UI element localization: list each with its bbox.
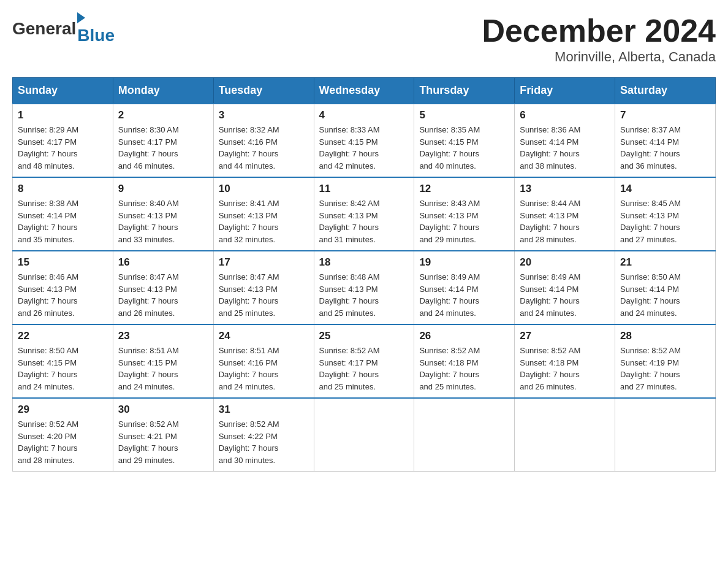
calendar-week-row: 15 Sunrise: 8:46 AM Sunset: 4:13 PM Dayl…	[13, 251, 716, 324]
day-number: 31	[219, 404, 309, 416]
day-info: Sunrise: 8:51 AM Sunset: 4:16 PM Dayligh…	[219, 345, 309, 393]
calendar-cell: 19 Sunrise: 8:49 AM Sunset: 4:14 PM Dayl…	[414, 251, 515, 324]
logo-general-text: General	[12, 19, 76, 39]
day-info: Sunrise: 8:50 AM Sunset: 4:15 PM Dayligh…	[18, 345, 108, 393]
day-info: Sunrise: 8:37 AM Sunset: 4:14 PM Dayligh…	[620, 124, 710, 172]
day-number: 20	[520, 256, 610, 269]
calendar-cell: 21 Sunrise: 8:50 AM Sunset: 4:14 PM Dayl…	[615, 251, 716, 324]
day-of-week-header: Tuesday	[213, 78, 314, 104]
calendar-cell: 2 Sunrise: 8:30 AM Sunset: 4:17 PM Dayli…	[113, 104, 213, 177]
day-number: 12	[419, 183, 509, 195]
calendar-cell: 17 Sunrise: 8:47 AM Sunset: 4:13 PM Dayl…	[213, 251, 314, 324]
day-number: 9	[118, 183, 208, 195]
calendar-cell: 18 Sunrise: 8:48 AM Sunset: 4:13 PM Dayl…	[314, 251, 414, 324]
day-number: 19	[419, 256, 509, 269]
day-info: Sunrise: 8:48 AM Sunset: 4:13 PM Dayligh…	[319, 271, 409, 319]
day-info: Sunrise: 8:49 AM Sunset: 4:14 PM Dayligh…	[520, 271, 610, 319]
day-info: Sunrise: 8:46 AM Sunset: 4:13 PM Dayligh…	[18, 271, 108, 319]
day-info: Sunrise: 8:42 AM Sunset: 4:13 PM Dayligh…	[319, 197, 409, 245]
calendar-cell: 30 Sunrise: 8:52 AM Sunset: 4:21 PM Dayl…	[113, 398, 213, 472]
calendar-cell	[615, 398, 716, 472]
day-number: 29	[18, 404, 108, 416]
day-info: Sunrise: 8:52 AM Sunset: 4:20 PM Dayligh…	[18, 418, 108, 466]
page-header: General Blue December 2024 Morinville, A…	[12, 12, 716, 65]
calendar-cell: 9 Sunrise: 8:40 AM Sunset: 4:13 PM Dayli…	[113, 177, 213, 251]
day-info: Sunrise: 8:49 AM Sunset: 4:14 PM Dayligh…	[419, 271, 509, 319]
calendar-cell: 24 Sunrise: 8:51 AM Sunset: 4:16 PM Dayl…	[213, 324, 314, 398]
calendar-table: SundayMondayTuesdayWednesdayThursdayFrid…	[12, 77, 716, 472]
day-info: Sunrise: 8:52 AM Sunset: 4:17 PM Dayligh…	[319, 345, 409, 393]
location: Morinville, Alberta, Canada	[482, 49, 716, 65]
calendar-cell	[314, 398, 414, 472]
day-of-week-header: Wednesday	[314, 78, 414, 104]
day-info: Sunrise: 8:51 AM Sunset: 4:15 PM Dayligh…	[118, 345, 208, 393]
day-number: 3	[219, 109, 309, 121]
day-of-week-header: Friday	[515, 78, 615, 104]
calendar-header-row: SundayMondayTuesdayWednesdayThursdayFrid…	[13, 78, 716, 104]
day-info: Sunrise: 8:33 AM Sunset: 4:15 PM Dayligh…	[319, 124, 409, 172]
calendar-cell	[515, 398, 615, 472]
calendar-cell: 10 Sunrise: 8:41 AM Sunset: 4:13 PM Dayl…	[213, 177, 314, 251]
day-info: Sunrise: 8:30 AM Sunset: 4:17 PM Dayligh…	[118, 124, 208, 172]
calendar-cell: 31 Sunrise: 8:52 AM Sunset: 4:22 PM Dayl…	[213, 398, 314, 472]
calendar-cell: 23 Sunrise: 8:51 AM Sunset: 4:15 PM Dayl…	[113, 324, 213, 398]
day-info: Sunrise: 8:52 AM Sunset: 4:22 PM Dayligh…	[219, 418, 309, 466]
day-of-week-header: Sunday	[13, 78, 113, 104]
calendar-cell: 28 Sunrise: 8:52 AM Sunset: 4:19 PM Dayl…	[615, 324, 716, 398]
calendar-cell: 1 Sunrise: 8:29 AM Sunset: 4:17 PM Dayli…	[13, 104, 113, 177]
day-number: 23	[118, 330, 208, 342]
day-number: 21	[620, 256, 710, 269]
day-number: 2	[118, 109, 208, 121]
day-number: 5	[419, 109, 509, 121]
day-info: Sunrise: 8:47 AM Sunset: 4:13 PM Dayligh…	[118, 271, 208, 319]
month-title: December 2024	[482, 12, 716, 49]
calendar-cell: 7 Sunrise: 8:37 AM Sunset: 4:14 PM Dayli…	[615, 104, 716, 177]
calendar-cell: 26 Sunrise: 8:52 AM Sunset: 4:18 PM Dayl…	[414, 324, 515, 398]
day-info: Sunrise: 8:50 AM Sunset: 4:14 PM Dayligh…	[620, 271, 710, 319]
day-info: Sunrise: 8:38 AM Sunset: 4:14 PM Dayligh…	[18, 197, 108, 245]
calendar-week-row: 1 Sunrise: 8:29 AM Sunset: 4:17 PM Dayli…	[13, 104, 716, 177]
title-section: December 2024 Morinville, Alberta, Canad…	[482, 12, 716, 65]
day-number: 30	[118, 404, 208, 416]
day-number: 17	[219, 256, 309, 269]
day-number: 25	[319, 330, 409, 342]
calendar-week-row: 22 Sunrise: 8:50 AM Sunset: 4:15 PM Dayl…	[13, 324, 716, 398]
calendar-cell: 25 Sunrise: 8:52 AM Sunset: 4:17 PM Dayl…	[314, 324, 414, 398]
calendar-cell: 8 Sunrise: 8:38 AM Sunset: 4:14 PM Dayli…	[13, 177, 113, 251]
day-info: Sunrise: 8:36 AM Sunset: 4:14 PM Dayligh…	[520, 124, 610, 172]
day-of-week-header: Monday	[113, 78, 213, 104]
calendar-cell: 4 Sunrise: 8:33 AM Sunset: 4:15 PM Dayli…	[314, 104, 414, 177]
day-info: Sunrise: 8:52 AM Sunset: 4:18 PM Dayligh…	[520, 345, 610, 393]
day-number: 26	[419, 330, 509, 342]
day-info: Sunrise: 8:52 AM Sunset: 4:19 PM Dayligh…	[620, 345, 710, 393]
calendar-week-row: 8 Sunrise: 8:38 AM Sunset: 4:14 PM Dayli…	[13, 177, 716, 251]
calendar-cell: 15 Sunrise: 8:46 AM Sunset: 4:13 PM Dayl…	[13, 251, 113, 324]
day-number: 7	[620, 109, 710, 121]
day-number: 22	[18, 330, 108, 342]
day-number: 1	[18, 109, 108, 121]
calendar-cell	[414, 398, 515, 472]
calendar-cell: 14 Sunrise: 8:45 AM Sunset: 4:13 PM Dayl…	[615, 177, 716, 251]
day-info: Sunrise: 8:47 AM Sunset: 4:13 PM Dayligh…	[219, 271, 309, 319]
logo-blue-text: Blue	[77, 26, 115, 45]
calendar-cell: 11 Sunrise: 8:42 AM Sunset: 4:13 PM Dayl…	[314, 177, 414, 251]
day-info: Sunrise: 8:41 AM Sunset: 4:13 PM Dayligh…	[219, 197, 309, 245]
day-of-week-header: Saturday	[615, 78, 716, 104]
calendar-cell: 22 Sunrise: 8:50 AM Sunset: 4:15 PM Dayl…	[13, 324, 113, 398]
calendar-cell: 13 Sunrise: 8:44 AM Sunset: 4:13 PM Dayl…	[515, 177, 615, 251]
calendar-cell: 20 Sunrise: 8:49 AM Sunset: 4:14 PM Dayl…	[515, 251, 615, 324]
day-info: Sunrise: 8:44 AM Sunset: 4:13 PM Dayligh…	[520, 197, 610, 245]
day-number: 16	[118, 256, 208, 269]
day-number: 6	[520, 109, 610, 121]
day-number: 11	[319, 183, 409, 195]
calendar-week-row: 29 Sunrise: 8:52 AM Sunset: 4:20 PM Dayl…	[13, 398, 716, 472]
day-number: 18	[319, 256, 409, 269]
day-number: 4	[319, 109, 409, 121]
day-info: Sunrise: 8:32 AM Sunset: 4:16 PM Dayligh…	[219, 124, 309, 172]
calendar-cell: 29 Sunrise: 8:52 AM Sunset: 4:20 PM Dayl…	[13, 398, 113, 472]
day-info: Sunrise: 8:43 AM Sunset: 4:13 PM Dayligh…	[419, 197, 509, 245]
day-info: Sunrise: 8:52 AM Sunset: 4:18 PM Dayligh…	[419, 345, 509, 393]
calendar-cell: 27 Sunrise: 8:52 AM Sunset: 4:18 PM Dayl…	[515, 324, 615, 398]
day-number: 13	[520, 183, 610, 195]
day-number: 24	[219, 330, 309, 342]
